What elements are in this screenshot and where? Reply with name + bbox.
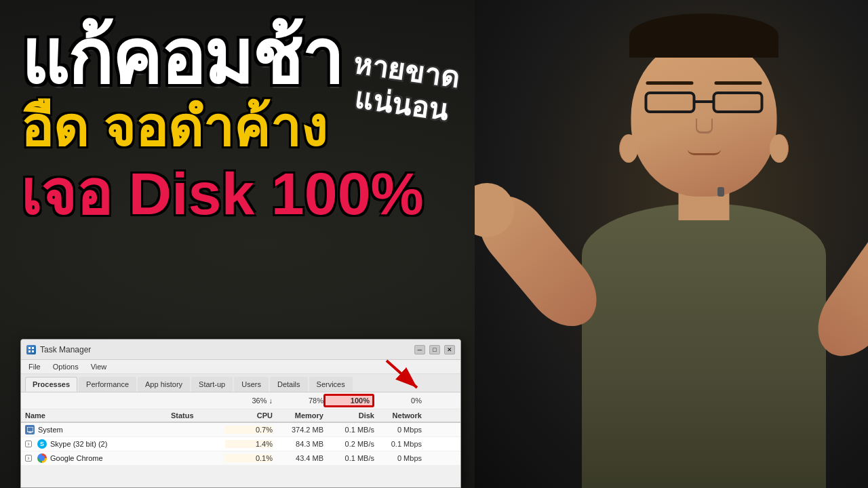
chrome-expand-icon[interactable]: › — [25, 455, 32, 462]
svg-rect-0 — [28, 347, 31, 349]
row-chrome-mem: 43.4 MB — [273, 454, 323, 462]
row-system-net: 0 Mbps — [374, 426, 422, 434]
tm-col-disk[interactable]: Disk — [323, 411, 374, 420]
row-skype-name: › S Skype (32 bit) (2) — [25, 439, 171, 449]
tm-col-mem-label: Memory — [295, 411, 323, 420]
row-system-disk: 0.1 MB/s — [323, 426, 374, 434]
row-system-label: System — [38, 426, 63, 434]
person-head — [631, 37, 777, 197]
tm-cpu-pct: 36% — [252, 396, 267, 405]
tm-net-pct: 0% — [411, 396, 422, 405]
tm-app-icon — [26, 345, 36, 354]
tm-tabs-bar: Processes Performance App history Start-… — [21, 374, 460, 392]
task-manager-window: Task Manager ─ □ ✕ File Options View Pro… — [20, 339, 461, 488]
row-system-mem: 374.2 MB — [273, 426, 323, 434]
person-hair-top — [629, 14, 778, 58]
person-glasses-left — [645, 92, 696, 113]
tm-title-area: Task Manager — [26, 345, 91, 354]
tm-tab-startup[interactable]: Start-up — [191, 377, 233, 392]
tm-rows-area: System 0.7% 374.2 MB 0.1 MB/s 0 Mbps › S… — [21, 423, 460, 466]
row-skype-mem: 84.3 MB — [273, 440, 323, 448]
person-figure — [541, 41, 867, 488]
tm-disk-pct: 100% — [351, 396, 370, 405]
tm-col-name[interactable]: Name — [25, 411, 171, 420]
chrome-icon — [37, 453, 47, 463]
tm-usage-net: 0% — [374, 396, 422, 405]
person-ear-right — [770, 134, 789, 163]
tm-usage-mem: 78% — [273, 396, 323, 405]
row-chrome-name: › Google Chrome — [25, 453, 171, 463]
person-nose — [696, 119, 713, 134]
tm-col-memory[interactable]: Memory — [273, 411, 323, 420]
person-microphone — [717, 187, 724, 197]
tm-usage-disk: 100% — [323, 394, 374, 407]
tm-col-cpu-label: CPU — [257, 411, 273, 420]
svg-rect-3 — [32, 350, 34, 352]
svg-rect-2 — [28, 350, 31, 352]
tm-tab-details[interactable]: Details — [270, 377, 308, 392]
table-row[interactable]: › S Skype (32 bit) (2) 1.4% 84.3 MB 0.2 … — [21, 437, 460, 451]
person-eyebrow-right — [715, 81, 762, 85]
tm-minimize-button[interactable]: ─ — [414, 345, 425, 354]
tm-title-text: Task Manager — [40, 345, 91, 354]
person-shirt — [582, 203, 826, 488]
tm-usage-cpu: 36% ↓ — [225, 396, 273, 405]
row-system-cpu: 0.7% — [225, 426, 273, 434]
person-ear-left — [619, 134, 638, 163]
row-system-name: System — [25, 425, 171, 434]
svg-rect-4 — [27, 427, 33, 432]
tm-menubar: File Options View — [21, 360, 460, 374]
tm-maximize-button[interactable]: □ — [429, 345, 440, 354]
table-row[interactable]: › Google Chrome 0.1% 43.4 MB 0.1 MB/s 0 … — [21, 451, 460, 466]
tm-col-status[interactable]: Status — [171, 411, 225, 420]
row-chrome-cpu: 0.1% — [225, 454, 273, 462]
tm-col-cpu[interactable]: CPU — [225, 411, 273, 420]
tm-window-controls: ─ □ ✕ — [414, 345, 455, 354]
tm-menu-options[interactable]: Options — [51, 362, 81, 371]
row-skype-cpu: 1.4% — [225, 440, 273, 448]
tm-usage-summary: 36% ↓ 78% 100% 0% — [21, 392, 460, 409]
row-chrome-disk: 0.1 MB/s — [323, 454, 374, 462]
row-chrome-net: 0 Mbps — [374, 454, 422, 462]
tm-col-disk-label: Disk — [359, 411, 374, 420]
row-skype-label: Skype (32 bit) (2) — [50, 440, 107, 448]
system-icon — [25, 425, 35, 434]
title-line3: เจอ Disk 100% — [20, 161, 441, 227]
tm-titlebar: Task Manager ─ □ ✕ — [21, 340, 460, 360]
svg-rect-1 — [32, 347, 34, 349]
tm-close-button[interactable]: ✕ — [444, 345, 455, 354]
table-row[interactable]: System 0.7% 374.2 MB 0.1 MB/s 0 Mbps — [21, 423, 460, 437]
person-area — [475, 0, 868, 488]
row-skype-net: 0.1 Mbps — [374, 440, 422, 448]
tm-tab-app-history[interactable]: App history — [138, 377, 190, 392]
tm-menu-file[interactable]: File — [26, 362, 43, 371]
row-skype-disk: 0.2 MB/s — [323, 440, 374, 448]
tm-col-net-label: Network — [393, 411, 422, 420]
person-glasses-bridge — [695, 100, 713, 103]
tm-menu-view[interactable]: View — [89, 362, 109, 371]
person-glasses-right — [713, 92, 764, 113]
tm-tab-users[interactable]: Users — [234, 377, 269, 392]
person-eyebrow-left — [646, 81, 694, 85]
skype-expand-icon[interactable]: › — [25, 441, 32, 447]
skype-icon: S — [37, 439, 47, 449]
tm-tab-performance[interactable]: Performance — [79, 377, 136, 392]
row-chrome-label: Google Chrome — [50, 454, 103, 462]
tm-mem-pct: 78% — [309, 396, 323, 405]
person-mouth — [687, 147, 721, 155]
tm-tab-services[interactable]: Services — [309, 377, 353, 392]
tm-column-headers: Name Status CPU Memory Disk Network — [21, 409, 460, 423]
tm-tab-processes[interactable]: Processes — [25, 377, 77, 392]
tm-col-network[interactable]: Network — [374, 411, 422, 420]
